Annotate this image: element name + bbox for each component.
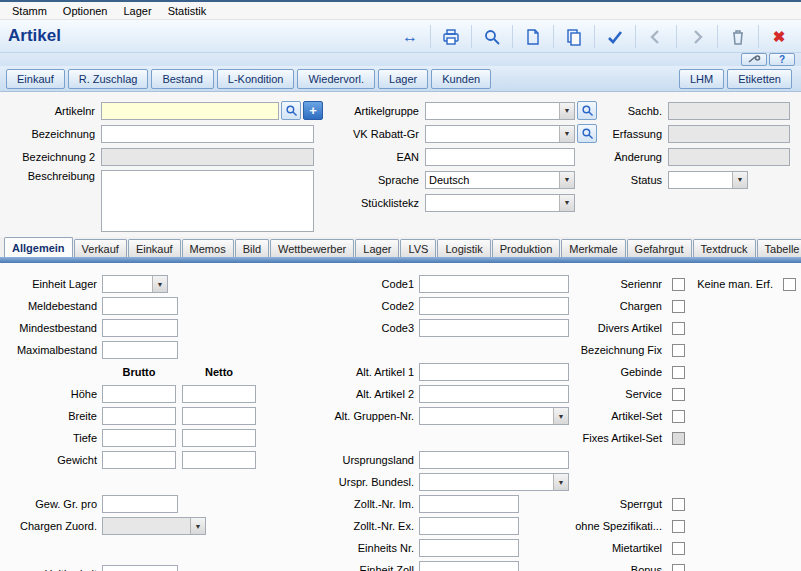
meldebestand-input[interactable] [102, 297, 178, 315]
stuecklistekz-combo[interactable]: ▼ [425, 194, 575, 212]
quick-etiketten-button[interactable]: Etiketten [727, 69, 792, 89]
next-button[interactable] [679, 23, 715, 50]
menu-optionen[interactable]: Optionen [55, 5, 116, 17]
help-button[interactable]: ? [769, 53, 795, 66]
tiefe-netto-input[interactable] [182, 429, 256, 447]
beschreibung-label: Beschreibung [0, 170, 95, 182]
gewicht-row: Gewicht [0, 451, 300, 469]
gew-gr-pro-input[interactable] [102, 495, 178, 513]
artikelnr-input[interactable] [101, 102, 279, 120]
quick-lhm-button[interactable]: LHM [679, 69, 724, 89]
artikelgruppe-combo[interactable]: ▼ [425, 102, 575, 120]
artikelnr-row: Artikelnr + [0, 101, 330, 120]
tiefe-brutto-input[interactable] [102, 429, 176, 447]
bonus-checkbox[interactable] [672, 564, 685, 571]
tab-produktion[interactable]: Produktion [492, 239, 561, 257]
artikelnr-add-button[interactable]: + [303, 101, 323, 120]
breite-netto-input[interactable] [182, 407, 256, 425]
quick-wiedervorl-button[interactable]: Wiedervorl. [297, 69, 375, 89]
sprache-combo[interactable]: Deutsch▼ [425, 171, 575, 189]
tab-lvs[interactable]: LVS [400, 239, 436, 257]
tab-merkmale[interactable]: Merkmale [561, 239, 625, 257]
quick-r-zuschlag-button[interactable]: R. Zuschlag [68, 69, 149, 89]
gewicht-netto-input[interactable] [182, 451, 256, 469]
tab-tabelle[interactable]: Tabelle [757, 239, 801, 257]
maximalbestand-input[interactable] [102, 341, 178, 359]
mindestbestand-input[interactable] [102, 319, 178, 337]
hoehe-netto-input[interactable] [182, 385, 256, 403]
mietartikel-checkbox[interactable] [672, 542, 685, 555]
search-icon [483, 28, 501, 46]
erfassung-input [668, 125, 790, 143]
artikelnr-label: Artikelnr [0, 105, 95, 117]
einheit-lager-combo[interactable]: ▼ [102, 275, 168, 293]
hoehe-brutto-input[interactable] [102, 385, 176, 403]
zollt-nr-im-label: Zollt.-Nr. Im. [318, 498, 414, 510]
quick-einkauf-button[interactable]: Einkauf [6, 69, 65, 89]
tab-textdruck[interactable]: Textdruck [693, 239, 756, 257]
artikelnr-search-button[interactable] [281, 101, 301, 120]
quick-lager-button[interactable]: Lager [378, 69, 428, 89]
tab-logistik[interactable]: Logistik [437, 239, 490, 257]
artikelgruppe-search-button[interactable] [577, 101, 597, 120]
haltbarkeit-input[interactable] [102, 565, 178, 571]
menu-statistik[interactable]: Statistik [160, 5, 215, 17]
search-icon [581, 127, 594, 140]
bezeichnung-fix-checkbox[interactable] [672, 344, 685, 357]
close-button[interactable]: ✖ [761, 23, 797, 50]
zollt-nr-ex-input[interactable] [419, 517, 519, 535]
app-window: Stamm Optionen Lager Statistik Artikel ↔ [0, 0, 801, 571]
einheits-nr-label: Einheits Nr. [318, 542, 414, 554]
new-button[interactable] [515, 23, 551, 50]
breite-brutto-input[interactable] [102, 407, 176, 425]
ursprungsland-label: Ursprungsland [318, 454, 414, 466]
vk-rabatt-gr-combo[interactable]: ▼ [425, 125, 575, 143]
previous-button[interactable] [638, 23, 674, 50]
page-title: Artikel [8, 26, 61, 46]
artikel-set-checkbox[interactable] [672, 410, 685, 423]
quick-l-kondition-button[interactable]: L-Kondition [217, 69, 295, 89]
service-checkbox[interactable] [672, 388, 685, 401]
tab-verkauf[interactable]: Verkauf [74, 239, 127, 257]
einheit-zoll-input[interactable] [419, 561, 519, 571]
artikel-set-label: Artikel-Set [611, 410, 662, 422]
chargen-checkbox[interactable] [672, 300, 685, 313]
print-button[interactable] [433, 23, 469, 50]
tab-lager[interactable]: Lager [355, 239, 399, 257]
tab-allgemein[interactable]: Allgemein [4, 237, 73, 257]
gewicht-brutto-input[interactable] [102, 451, 176, 469]
copy-button[interactable] [556, 23, 592, 50]
einheits-nr-input[interactable] [419, 539, 519, 557]
vk-rabatt-gr-search-button[interactable] [577, 124, 597, 143]
tab-wettbewerber[interactable]: Wettbewerber [270, 239, 354, 257]
confirm-button[interactable] [597, 23, 633, 50]
ohne-spezifikati-checkbox[interactable] [672, 520, 685, 533]
swap-button[interactable]: ↔ [392, 23, 428, 50]
seriennr-checkbox[interactable] [672, 278, 685, 291]
ean-input[interactable] [425, 148, 575, 166]
zollt-nr-im-input[interactable] [419, 495, 519, 513]
quick-kunden-button[interactable]: Kunden [431, 69, 491, 89]
tab-memos[interactable]: Memos [182, 239, 234, 257]
search-button[interactable] [474, 23, 510, 50]
gebinde-checkbox[interactable] [672, 366, 685, 379]
tab-gefahrgut[interactable]: Gefahrgut [627, 239, 692, 257]
status-combo[interactable]: ▼ [668, 171, 748, 189]
search-icon [581, 104, 594, 117]
sperrgut-checkbox[interactable] [672, 498, 685, 511]
settings-button[interactable] [741, 53, 767, 66]
menu-lager[interactable]: Lager [116, 5, 160, 17]
menu-stamm[interactable]: Stamm [4, 5, 55, 17]
toolbar-separator [758, 25, 759, 48]
spacer [0, 539, 300, 565]
gewicht-label: Gewicht [0, 454, 97, 466]
delete-button[interactable] [720, 23, 756, 50]
beschreibung-textarea[interactable] [101, 170, 314, 232]
bezeichnung-input[interactable] [101, 125, 314, 143]
keine-man-erf-checkbox[interactable] [783, 278, 796, 291]
tab-bild[interactable]: Bild [235, 239, 269, 257]
bezeichnung-fix-label: Bezeichnung Fix [581, 344, 662, 356]
tab-einkauf[interactable]: Einkauf [128, 239, 181, 257]
quick-bestand-button[interactable]: Bestand [151, 69, 213, 89]
divers-artikel-checkbox[interactable] [672, 322, 685, 335]
